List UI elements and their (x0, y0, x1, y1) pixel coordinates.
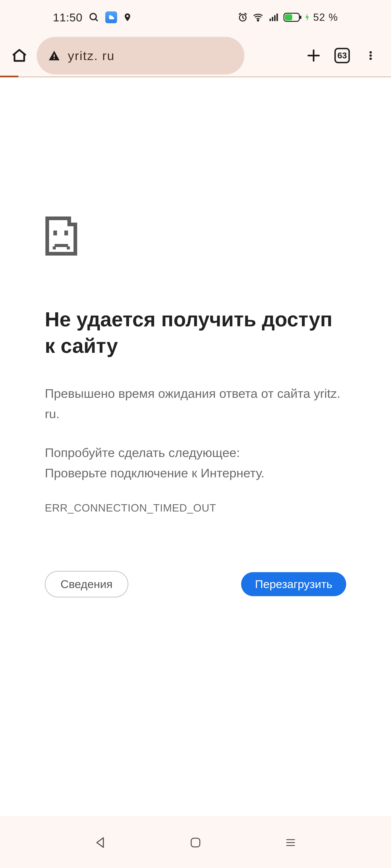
url-text: yritz. ru (68, 49, 115, 63)
details-button[interactable]: Сведения (45, 571, 128, 597)
recents-button[interactable] (280, 832, 301, 853)
error-title: Не удается получить доступ к сайту (45, 306, 346, 359)
charging-icon (304, 12, 310, 22)
menu-button[interactable] (360, 45, 381, 66)
battery-percent: 52 % (313, 11, 338, 23)
address-bar[interactable]: yritz. ru (37, 37, 244, 74)
battery-indicator: 52 % (283, 11, 338, 23)
browser-toolbar: yritz. ru 63 (0, 35, 391, 77)
wifi-icon (252, 12, 264, 23)
svg-point-18 (369, 58, 372, 60)
status-right: 52 % (238, 11, 338, 23)
svg-rect-10 (300, 16, 301, 19)
status-bar: 11:50 (0, 0, 391, 35)
svg-rect-6 (272, 17, 273, 21)
svg-point-17 (369, 54, 372, 57)
reload-button[interactable]: Перезагрузить (241, 572, 346, 596)
svg-rect-8 (277, 13, 278, 21)
tabs-button[interactable]: 63 (332, 45, 352, 66)
error-suggestion-intro: Попробуйте сделать следующее: (45, 445, 240, 460)
svg-rect-13 (54, 58, 55, 59)
new-tab-button[interactable] (303, 45, 324, 66)
system-nav-bar (0, 817, 391, 868)
alarm-icon (238, 12, 248, 23)
error-message-1: Превышено время ожидания ответа от сайта… (45, 383, 346, 424)
svg-line-1 (95, 19, 98, 21)
error-code: ERR_CONNECTION_TIMED_OUT (45, 502, 346, 514)
svg-point-0 (90, 13, 96, 20)
search-icon (88, 11, 100, 23)
svg-rect-5 (270, 19, 271, 21)
svg-rect-20 (64, 230, 68, 236)
back-button[interactable] (90, 832, 111, 853)
error-message-2: Попробуйте сделать следующее: Проверьте … (45, 442, 346, 484)
svg-rect-19 (53, 230, 57, 236)
signal-icon (268, 12, 279, 22)
home-nav-button[interactable] (185, 832, 206, 853)
error-suggestion-item: Проверьте подключение к Интернету. (45, 466, 264, 480)
svg-point-4 (257, 20, 259, 21)
sad-document-icon (45, 216, 346, 257)
error-page: Не удается получить доступ к сайту Превы… (0, 77, 391, 816)
svg-rect-24 (191, 838, 200, 847)
svg-rect-21 (55, 244, 68, 247)
home-button[interactable] (10, 46, 29, 65)
svg-rect-23 (67, 246, 70, 249)
svg-point-16 (369, 51, 372, 54)
clock: 11:50 (53, 11, 82, 24)
error-actions: Сведения Перезагрузить (45, 571, 346, 597)
svg-rect-7 (274, 15, 276, 21)
status-left: 11:50 (53, 11, 132, 24)
location-icon (123, 11, 132, 23)
svg-rect-22 (53, 246, 56, 249)
page-load-progress (0, 76, 18, 77)
svg-rect-11 (285, 14, 292, 20)
weather-app-icon (105, 11, 117, 23)
insecure-site-icon (48, 49, 60, 62)
svg-rect-12 (54, 55, 55, 57)
tab-count: 63 (337, 51, 347, 60)
